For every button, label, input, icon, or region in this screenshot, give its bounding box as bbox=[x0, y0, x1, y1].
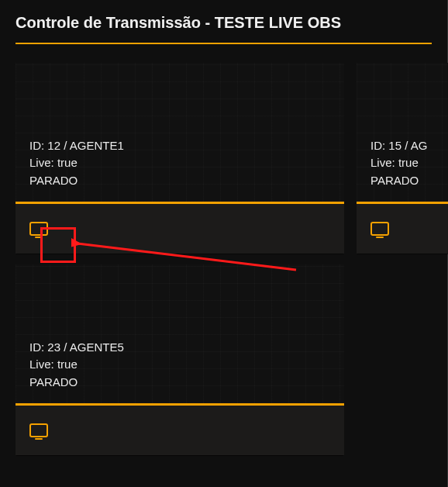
card-info-panel: ID: 23 / AGENTE5 Live: true PARADO bbox=[16, 264, 344, 406]
title-divider bbox=[16, 43, 432, 44]
live-label: Live bbox=[29, 156, 51, 169]
card-info-panel: ID: 15 / AG Live: true PARADO bbox=[357, 63, 448, 204]
card-actions bbox=[16, 204, 344, 254]
page-title: Controle de Transmissão - TESTE LIVE OBS bbox=[16, 14, 432, 32]
transmission-card: ID: 15 / AG Live: true PARADO bbox=[357, 63, 448, 254]
card-live-line: Live: true bbox=[29, 154, 330, 172]
card-id: 23 bbox=[47, 340, 60, 354]
card-id: 15 bbox=[388, 139, 401, 152]
card-live: true bbox=[398, 156, 419, 169]
card-agent: AGENTE5 bbox=[70, 340, 124, 354]
live-label: Live bbox=[370, 156, 392, 169]
card-agent: AG bbox=[411, 139, 428, 152]
card-id-line: ID: 12 / AGENTE1 bbox=[29, 137, 330, 155]
id-label: ID bbox=[370, 139, 382, 152]
monitor-icon[interactable] bbox=[29, 423, 48, 437]
card-live: true bbox=[57, 357, 78, 371]
card-status-line: PARADO bbox=[29, 374, 330, 392]
card-id-line: ID: 23 / AGENTE5 bbox=[29, 339, 330, 357]
id-label: ID bbox=[29, 340, 41, 354]
live-label: Live bbox=[29, 357, 51, 371]
card-status-line: PARADO bbox=[370, 172, 448, 190]
monitor-icon[interactable] bbox=[29, 222, 48, 236]
card-agent: AGENTE1 bbox=[70, 139, 124, 152]
card-live: true bbox=[57, 156, 78, 169]
card-actions bbox=[16, 406, 344, 455]
id-label: ID bbox=[29, 139, 41, 152]
transmission-card: ID: 23 / AGENTE5 Live: true PARADO bbox=[16, 264, 344, 455]
card-id: 12 bbox=[47, 139, 60, 152]
card-info-panel: ID: 12 / AGENTE1 Live: true PARADO bbox=[16, 63, 344, 204]
card-live-line: Live: true bbox=[29, 356, 330, 374]
card-live-line: Live: true bbox=[370, 154, 448, 172]
card-actions bbox=[357, 204, 448, 254]
card-id-line: ID: 15 / AG bbox=[370, 137, 448, 155]
transmission-card: ID: 12 / AGENTE1 Live: true PARADO bbox=[16, 63, 344, 254]
card-status-line: PARADO bbox=[29, 172, 330, 190]
monitor-icon[interactable] bbox=[370, 222, 389, 236]
